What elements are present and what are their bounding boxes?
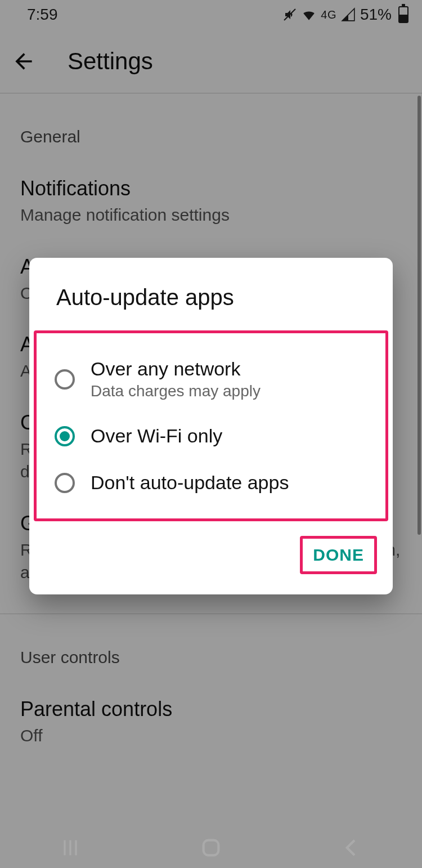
highlight-options: Over any network Data charges may apply … [34,330,388,521]
done-button[interactable]: DONE [300,536,377,574]
option-label: Don't auto-update apps [91,472,289,494]
nav-recents-icon[interactable] [57,834,84,861]
nav-back-icon[interactable] [338,834,365,861]
option-label: Over Wi-Fi only [91,425,222,447]
radio-icon [55,426,75,446]
system-nav-bar [0,827,422,868]
option-over-any-network[interactable]: Over any network Data charges may apply [43,346,379,413]
auto-update-dialog: Auto-update apps Over any network Data c… [29,258,393,594]
dialog-actions: DONE [29,531,393,578]
option-over-wifi-only[interactable]: Over Wi-Fi only [43,413,379,459]
radio-icon [55,473,75,493]
svg-rect-4 [204,840,219,856]
dialog-title: Auto-update apps [29,285,393,321]
nav-home-icon[interactable] [197,834,225,861]
option-dont-auto-update[interactable]: Don't auto-update apps [43,459,379,506]
option-sublabel: Data charges may apply [91,382,261,400]
option-label: Over any network [91,358,261,380]
radio-icon [55,369,75,390]
